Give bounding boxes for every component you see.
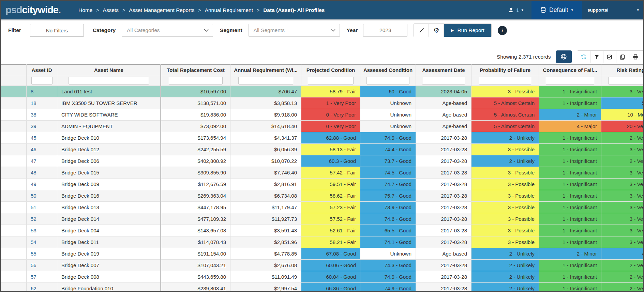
asset-id-link[interactable]: 47 (31, 158, 36, 164)
column-filter-input-id[interactable] (31, 77, 53, 84)
table-row[interactable]: 39ADMIN - EQUIPMENT$73,092.00$14,618.400… (1, 121, 644, 132)
table-row[interactable]: 45Bridge Deck 010$173,654.94$4,341.3762.… (1, 132, 644, 144)
user-menu[interactable]: 1 ▾ (500, 1, 531, 19)
asset-id-link[interactable]: 55 (31, 251, 36, 257)
column-header-id[interactable]: Asset ID (27, 65, 57, 75)
asset-id-link[interactable]: 57 (31, 274, 36, 280)
table-row[interactable]: 53Bridge Deck 004$143,657.08$3,591.4352.… (1, 225, 644, 236)
cell-sel (1, 155, 27, 167)
cell-prob: 2 - Unlikely (471, 260, 539, 271)
brush-button[interactable] (414, 24, 429, 37)
no-filters-button[interactable]: No Filters (30, 24, 84, 37)
table-row[interactable]: 50Bridge Deck 016$269,363.04$6,734.0858.… (1, 190, 644, 202)
table-row[interactable]: 46Bridge Deck 012$242,255.59$6,056.3958.… (1, 144, 644, 155)
column-filter-input-cost[interactable] (169, 77, 223, 84)
segment-select[interactable]: All Segments (249, 24, 340, 37)
table-row[interactable]: 49Bridge Deck 009$112,676.59$2,816.9159.… (1, 179, 644, 190)
cell-conseq: 1 - Insignificant (539, 236, 601, 248)
asset-id-link[interactable]: 50 (31, 193, 36, 199)
asset-id-link[interactable]: 8 (31, 89, 33, 94)
asset-id-link[interactable]: 45 (31, 135, 36, 141)
map-view-button[interactable] (556, 50, 572, 63)
table-row[interactable]: 55Bridge Deck 019$191,154.00$4,778.8567.… (1, 248, 644, 260)
column-filter-input-name[interactable] (69, 77, 149, 84)
info-icon[interactable]: i (498, 26, 507, 35)
table-row[interactable]: 8Land 011 test$10,597.00$706.4758.79 - F… (1, 86, 644, 97)
column-filter-cell-conseq (539, 75, 601, 86)
column-filter-input-date[interactable] (422, 77, 465, 84)
asset-id-link[interactable]: 62 (31, 286, 36, 291)
check-button[interactable] (603, 51, 616, 63)
column-filter-input-risk[interactable] (608, 77, 644, 84)
database-selector[interactable]: Default ▾ (531, 1, 582, 19)
column-filter-input-req[interactable] (238, 77, 293, 84)
column-filter-input-prob[interactable] (479, 77, 531, 84)
column-header-risk[interactable]: Risk Rating (601, 65, 644, 75)
cell-conseq: 1 - Insignificant (539, 86, 601, 97)
cell-sel (1, 271, 27, 283)
breadcrumb-item[interactable]: Annual Requirement (205, 7, 253, 13)
column-header-prob[interactable]: Probability of Failure (471, 65, 539, 75)
asset-id-link[interactable]: 39 (31, 123, 36, 129)
cell-cost: $112,676.59 (161, 179, 230, 190)
column-header-req[interactable]: Annual Requirement (Wi... (230, 65, 301, 75)
cell-cost: $242,255.59 (161, 144, 230, 155)
column-header-conseq[interactable]: Consequence of Fail... (539, 65, 601, 75)
account-menu[interactable]: supportsl ▾ (582, 1, 643, 19)
year-input[interactable] (363, 24, 407, 37)
category-select[interactable]: All Categories (122, 24, 213, 37)
asset-id-link[interactable]: 51 (31, 204, 36, 210)
table-row[interactable]: 57Bridge Deck 008$443,659.80$11,091.4960… (1, 271, 644, 283)
table-row[interactable]: 62Bridge Foundation 010$239,803.41$2,997… (1, 283, 644, 292)
table-row[interactable]: 38CITY-WIDE SOFTWARE$19,836.00$9,918.000… (1, 109, 644, 121)
table-row[interactable]: 51Bridge Deck 013$447,178.95$11,179.4757… (1, 202, 644, 213)
filter-button[interactable] (590, 51, 603, 63)
asset-id-link[interactable]: 48 (31, 170, 36, 175)
cell-sel (1, 144, 27, 155)
asset-id-link[interactable]: 52 (31, 216, 36, 222)
cell-risk: 3 - Ver (601, 213, 644, 225)
refresh-button[interactable] (577, 51, 590, 63)
run-report-button[interactable]: ▶ Run Report (444, 24, 491, 37)
asset-id-link[interactable]: 49 (31, 181, 36, 187)
copy-button[interactable] (616, 51, 629, 63)
table-row[interactable]: 52Bridge Deck 014$477,109.32$11,927.7357… (1, 213, 644, 225)
cell-name: Bridge Deck 016 (57, 190, 161, 202)
breadcrumb-item[interactable]: Data (Asset)- All Profiles (263, 7, 325, 13)
app-logo[interactable]: psdcitywide. (5, 5, 61, 15)
column-header-proj[interactable]: Projected Condition (301, 65, 360, 75)
asset-id-link[interactable]: 38 (31, 112, 36, 118)
table-row[interactable]: 54Bridge Deck 011$114,078.43$2,851.9658.… (1, 236, 644, 248)
print-button[interactable] (629, 51, 642, 63)
table-row[interactable]: 18IBM X3500 5U TOWER SERVER$138,571.00$3… (1, 97, 644, 109)
cell-prob: 5 - Almost Certain (471, 97, 539, 109)
breadcrumb-item[interactable]: Assets (103, 7, 119, 13)
column-header-cost[interactable]: Total Replacement Cost (161, 65, 230, 75)
cell-cost: $19,836.00 (161, 109, 230, 121)
column-filter-input-conseq[interactable] (546, 77, 594, 84)
settings-button[interactable]: ⚙ (429, 24, 444, 37)
table-row[interactable]: 47Bridge Deck 006$402,808.92$10,070.2260… (1, 155, 644, 167)
asset-id-link[interactable]: 54 (31, 239, 36, 245)
cell-cost: $173,654.94 (161, 132, 230, 144)
table-row[interactable]: 48Bridge Deck 015$309,855.90$7,746.4057.… (1, 167, 644, 179)
cell-id: 55 (27, 248, 57, 260)
column-filter-input-assess[interactable] (366, 77, 409, 84)
column-header-name[interactable]: Asset Name (57, 65, 161, 75)
help-button[interactable]: ? (642, 51, 644, 63)
table-row[interactable]: 56Bridge Deck 007$107,043.21$2,676.0860.… (1, 260, 644, 271)
cell-date: 2017-03-28 (416, 144, 471, 155)
category-label: Category (93, 27, 116, 33)
asset-id-link[interactable]: 56 (31, 262, 36, 268)
cell-req: $4,778.85 (230, 248, 301, 260)
cell-sel (1, 190, 27, 202)
cell-assess: 74.5 - Good (360, 167, 416, 179)
column-header-assess[interactable]: Assessed Condition (360, 65, 416, 75)
column-filter-input-proj[interactable] (308, 77, 354, 84)
breadcrumb-item[interactable]: Home (78, 7, 92, 13)
asset-id-link[interactable]: 53 (31, 228, 36, 233)
asset-id-link[interactable]: 18 (31, 100, 36, 106)
breadcrumb-item[interactable]: Asset Management Reports (129, 7, 194, 13)
asset-id-link[interactable]: 46 (31, 147, 36, 152)
column-header-date[interactable]: Assessment Date (416, 65, 471, 75)
